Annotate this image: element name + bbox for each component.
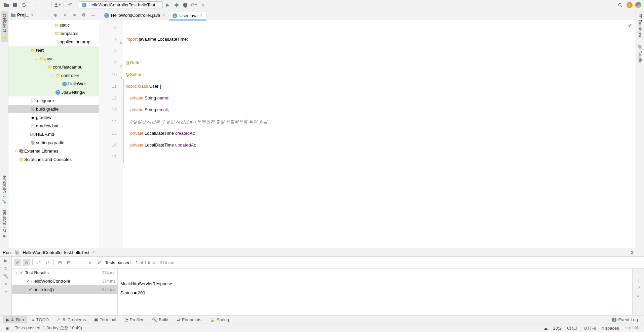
- update-icon[interactable]: ↑: [627, 2, 633, 8]
- down-nav-icon[interactable]: ↓: [637, 278, 640, 283]
- rerun-icon[interactable]: ▶: [4, 258, 7, 263]
- coverage-icon[interactable]: [182, 1, 189, 9]
- project-tree[interactable]: 📁static 📁templates 📄application.prop ⌄📁t…: [8, 20, 99, 248]
- editor-area: CHelloWorldController.java✕ CUser.java✕ …: [99, 10, 636, 248]
- up-nav-icon[interactable]: ↑: [637, 270, 640, 275]
- close-icon[interactable]: ✕: [200, 13, 203, 18]
- run-icon[interactable]: ▶: [164, 1, 172, 9]
- tree-node-gradlewbat[interactable]: 📄gradlew.bat: [8, 122, 99, 130]
- more-icon[interactable]: »: [4, 289, 7, 294]
- close-icon[interactable]: ✕: [92, 250, 95, 255]
- bottom-tab-terminal[interactable]: ▣ Terminal: [91, 316, 120, 323]
- tree-node-test[interactable]: ⌄📁test: [8, 46, 99, 54]
- tree-node-appprops[interactable]: 📄application.prop: [8, 38, 99, 46]
- open-icon[interactable]: [3, 1, 10, 9]
- locate-icon[interactable]: ⊕: [52, 11, 59, 19]
- tree-node-controller[interactable]: ⌄📁controller: [8, 71, 99, 80]
- tree-node-extlibs[interactable]: ›📚External Libraries: [8, 147, 99, 155]
- run-panel: Run: 🐘 HelloWorldControllerTest.helloTes…: [0, 248, 644, 315]
- gear-icon[interactable]: ⚙: [80, 11, 87, 19]
- indent[interactable]: 4 spaces: [602, 326, 619, 331]
- run-header: Run: 🐘 HelloWorldControllerTest.helloTes…: [0, 248, 644, 257]
- debug-icon[interactable]: [173, 1, 180, 9]
- show-passed-icon[interactable]: ✔: [14, 259, 21, 266]
- up-icon[interactable]: ↑: [77, 259, 85, 266]
- tree-node-jpa[interactable]: C JpaSettingA: [8, 88, 99, 96]
- code-editor[interactable]: 6 7⊖ 8 9⊖ 10⊖ 11 12 13 14 15 16 17 ✔ imp…: [99, 20, 636, 248]
- test-case[interactable]: ✔helloTest()374 ms: [12, 285, 117, 294]
- bottom-tab-spring[interactable]: 🍃 Spring: [206, 316, 233, 323]
- favorites-tool-tab[interactable]: ★ 2: Favorites: [1, 207, 8, 241]
- caret-position[interactable]: 20:2: [553, 326, 562, 331]
- bottom-tab-todo[interactable]: ≡ TODO: [29, 316, 52, 323]
- structure-tool-tab[interactable]: 🔧 7: Structure: [1, 173, 8, 207]
- collapse-all-icon[interactable]: ⊟: [65, 259, 72, 266]
- sort-icon[interactable]: ↓ᴬ: [35, 259, 42, 266]
- tree-node-helpmd[interactable]: MDHELP.md: [8, 130, 99, 138]
- sync-status-icon[interactable]: ☁: [543, 326, 548, 331]
- test-root[interactable]: ⌄✔Test Results374 ms: [12, 268, 117, 277]
- bottom-tab-problems[interactable]: ⚠ 6: Problems: [53, 316, 89, 323]
- gradle-tool-tab[interactable]: 🐘 Gradle: [637, 41, 644, 66]
- rerun-failed-icon[interactable]: ↻: [4, 266, 8, 271]
- bottom-tab-profiler[interactable]: ◔ Profiler: [121, 316, 147, 323]
- tab-hellocontroller[interactable]: CHelloWorldController.java✕: [101, 11, 169, 20]
- hide-icon[interactable]: —: [89, 11, 97, 19]
- tree-node-settingsgradle[interactable]: 🐘settings.gradle: [8, 138, 99, 147]
- test-tree[interactable]: ⌄✔Test Results374 ms ⌄✔HelloWorldControl…: [12, 268, 118, 315]
- tree-node-templates[interactable]: 📁templates: [8, 29, 99, 38]
- test-output[interactable]: MockHttpServletResponse: Status = 200: [118, 268, 632, 315]
- tree-node-static[interactable]: 📁static: [8, 21, 99, 29]
- ide-icon[interactable]: [635, 2, 641, 8]
- tree-node-gitignore[interactable]: 📄.gitignore: [8, 96, 99, 105]
- run-config-selector[interactable]: C HelloWorldControllerTest.helloTest ⌄: [79, 1, 163, 8]
- stop-icon[interactable]: ■: [4, 281, 7, 286]
- tree-node-buildgradle[interactable]: 🐘build.gradle: [8, 105, 99, 113]
- bottom-tab-run[interactable]: ▶ 4: Run: [3, 316, 27, 323]
- tree-node-hello[interactable]: C HelloWor: [8, 80, 99, 88]
- clock: 오호 1:06: [624, 326, 639, 330]
- expand-icon[interactable]: ≡: [61, 11, 69, 19]
- show-ignored-icon[interactable]: ⊘: [23, 259, 30, 266]
- profile-icon[interactable]: ⟳▼: [190, 1, 198, 9]
- undo-icon[interactable]: ↶: [66, 1, 74, 9]
- inspection-ok-icon[interactable]: ✔: [628, 22, 632, 29]
- search-icon[interactable]: [616, 1, 624, 9]
- tab-user[interactable]: CUser.java✕: [169, 11, 206, 20]
- project-header: Proj...▼ ⊕ ≡ ≢ ⚙ —: [8, 10, 99, 20]
- bottom-tab-endpoints[interactable]: ⇄ Endpoints: [173, 316, 205, 323]
- gutter: 6 7⊖ 8 9⊖ 10⊖ 11 12 13 14 15 16 17: [99, 20, 123, 248]
- line-separator[interactable]: CRLF: [567, 326, 578, 331]
- expand-all-icon[interactable]: ⊞: [56, 259, 64, 266]
- bottom-tab-build[interactable]: 🔨 Build: [148, 316, 172, 323]
- more3-icon[interactable]: »: [637, 293, 639, 298]
- tree-node-pkg[interactable]: ⌄📁com.fastcampu: [8, 63, 99, 71]
- sync-icon[interactable]: [20, 1, 28, 9]
- collapse-icon[interactable]: ≢: [71, 11, 78, 19]
- encoding[interactable]: UTF-8: [584, 326, 596, 331]
- save-icon[interactable]: [11, 1, 19, 9]
- user-icon[interactable]: ▼: [54, 1, 61, 9]
- more2-icon[interactable]: »: [86, 259, 93, 266]
- forward-icon[interactable]: →: [41, 1, 49, 9]
- tree-node-scratches[interactable]: ›📁Scratches and Consoles: [8, 155, 99, 164]
- bottom-tab-eventlog[interactable]: 1 Event Log: [609, 316, 641, 323]
- project-title: Proj...: [17, 12, 29, 17]
- hide-icon[interactable]: —: [637, 250, 641, 255]
- softwrap-icon[interactable]: ⤶: [637, 285, 640, 290]
- main-toolbar: ← → ▼ ↶ C HelloWorldControllerTest.hello…: [0, 0, 644, 10]
- test-status-suffix: of 1 test – 374 ms: [140, 260, 174, 265]
- project-tool-tab[interactable]: 📁 1: Project: [1, 11, 8, 42]
- stop-icon[interactable]: ■: [199, 1, 206, 9]
- status-tool-icon[interactable]: ▣: [5, 326, 9, 331]
- tree-node-java[interactable]: ⌄📁java: [8, 54, 99, 63]
- toggle-icon[interactable]: 🔧: [3, 274, 8, 279]
- close-icon[interactable]: ✕: [162, 13, 165, 17]
- gear-icon[interactable]: ⚙: [630, 250, 634, 255]
- back-icon[interactable]: ←: [33, 1, 40, 9]
- tree-node-gradlew[interactable]: ▶gradlew: [8, 113, 99, 122]
- sort2-icon[interactable]: ↓ᶻ: [44, 259, 51, 266]
- code-content[interactable]: ✔ import java.time.LocalDateTime; @Gette…: [123, 20, 636, 248]
- database-tool-tab[interactable]: 🗄 Database: [637, 11, 644, 41]
- test-suite[interactable]: ⌄✔HelloWorldControlle374 ms: [12, 277, 117, 285]
